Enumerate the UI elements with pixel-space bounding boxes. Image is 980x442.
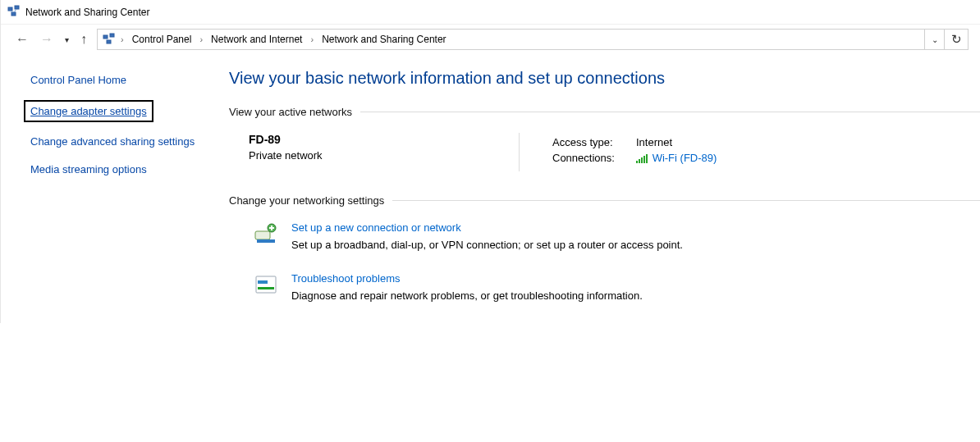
change-settings-label: Change your networking settings [229, 194, 384, 207]
svg-rect-5 [103, 35, 108, 39]
troubleshoot-desc: Diagnose and repair network problems, or… [291, 289, 643, 302]
page-title: View your basic network information and … [229, 69, 980, 88]
svg-line-4 [14, 9, 16, 12]
history-dropdown[interactable]: ▾ [65, 35, 69, 44]
troubleshoot-icon [254, 272, 278, 297]
connections-label: Connections: [552, 152, 626, 164]
svg-rect-8 [255, 231, 270, 239]
addressbar[interactable]: › Control Panel › Network and Internet ›… [97, 29, 924, 50]
divider [392, 200, 980, 201]
network-name: FD-89 [249, 133, 519, 146]
breadcrumb-network-internet[interactable]: Network and Internet [208, 32, 305, 47]
sidebar-item-change-adapter-settings[interactable]: Change adapter settings [24, 100, 153, 123]
svg-rect-14 [258, 280, 268, 284]
network-type: Private network [249, 149, 519, 162]
svg-rect-6 [110, 34, 114, 37]
wifi-signal-icon [636, 154, 648, 163]
access-type-label: Access type: [552, 136, 626, 148]
network-details: Access type: Internet Connections: Wi-Fi… [552, 133, 717, 171]
content: View your basic network information and … [213, 54, 980, 323]
svg-rect-12 [257, 239, 275, 243]
option-troubleshoot: Troubleshoot problems Diagnose and repai… [254, 272, 980, 302]
troubleshoot-link[interactable]: Troubleshoot problems [291, 272, 400, 285]
refresh-button[interactable]: ↻ [944, 29, 969, 50]
setup-connection-icon [254, 221, 278, 246]
toolbar: ← → ▾ ↑ › Control Panel › Network and In… [1, 25, 980, 54]
breadcrumb-sep-icon[interactable]: › [307, 34, 317, 44]
sidebar-item-change-advanced-sharing[interactable]: Change advanced sharing settings [30, 134, 195, 150]
svg-rect-1 [15, 6, 19, 9]
breadcrumb-sep-icon[interactable]: › [117, 34, 127, 44]
addressbar-dropdown[interactable]: ⌄ [924, 29, 944, 50]
up-button[interactable]: ↑ [80, 32, 87, 47]
network-identity: FD-89 Private network [249, 133, 520, 171]
breadcrumb-control-panel[interactable]: Control Panel [129, 32, 195, 47]
setup-connection-desc: Set up a broadband, dial-up, or VPN conn… [291, 239, 683, 251]
connections-value: Wi-Fi (FD-89) [630, 152, 717, 164]
access-type-value: Internet [630, 136, 672, 148]
connection-link[interactable]: Wi-Fi (FD-89) [653, 152, 717, 164]
breadcrumb-network-sharing[interactable]: Network and Sharing Center [318, 32, 449, 47]
sidebar: Control Panel Home Change adapter settin… [1, 54, 213, 323]
addressbar-icon [103, 32, 116, 48]
change-settings-header: Change your networking settings [229, 194, 980, 207]
window-title: Network and Sharing Center [25, 7, 149, 18]
back-button[interactable]: ← [16, 33, 29, 46]
setup-connection-link[interactable]: Set up a new connection or network [291, 221, 461, 234]
svg-rect-2 [11, 12, 16, 16]
app-icon [7, 4, 21, 20]
active-networks-label: View your active networks [229, 106, 352, 118]
active-networks-header: View your active networks [229, 106, 980, 118]
option-setup-connection: Set up a new connection or network Set u… [254, 221, 980, 251]
divider [360, 112, 980, 112]
svg-rect-0 [8, 7, 12, 11]
svg-rect-15 [258, 287, 274, 289]
sidebar-item-media-streaming[interactable]: Media streaming options [30, 162, 147, 178]
active-network: FD-89 Private network Access type: Inter… [249, 133, 980, 171]
breadcrumb-sep-icon[interactable]: › [196, 34, 206, 44]
titlebar: Network and Sharing Center [1, 0, 980, 25]
forward-button[interactable]: → [40, 33, 53, 46]
svg-rect-13 [256, 276, 276, 293]
sidebar-item-control-panel-home[interactable]: Control Panel Home [30, 72, 126, 89]
nav-arrows: ← → ▾ ↑ [16, 32, 87, 47]
addressbar-wrap: › Control Panel › Network and Internet ›… [97, 29, 969, 50]
svg-rect-7 [107, 40, 111, 43]
